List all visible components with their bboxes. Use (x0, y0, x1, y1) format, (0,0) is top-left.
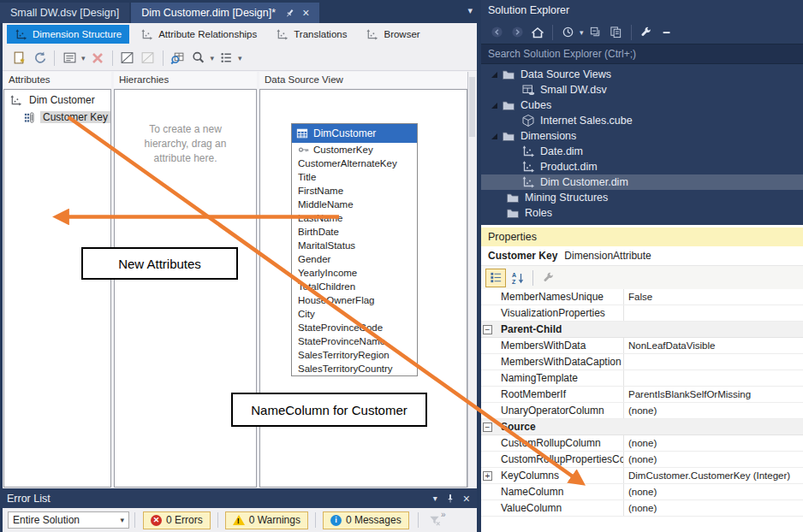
table-column[interactable]: Gender (292, 252, 417, 266)
property-value[interactable]: (none) (624, 452, 803, 467)
table-header[interactable]: DimCustomer (292, 124, 417, 143)
table-column[interactable]: YearlyIncome (292, 266, 417, 280)
property-row[interactable]: NamingTemplate (481, 370, 803, 387)
tree-item[interactable]: Product.dim (481, 159, 803, 174)
properties-list-icon[interactable] (61, 50, 78, 67)
chevron-down-icon[interactable]: ▾ (238, 54, 242, 62)
back-icon[interactable] (488, 24, 505, 41)
errors-filter-button[interactable]: ✕ 0 Errors (143, 511, 211, 529)
table-column[interactable]: SalesTerritoryRegion (292, 348, 417, 362)
property-value[interactable] (624, 354, 803, 369)
tree-item[interactable]: Date.dim (481, 144, 803, 159)
tree-item[interactable]: Internet Sales.cube (481, 113, 803, 128)
property-row[interactable]: CustomRollupPropertiesCo (none) (481, 452, 803, 468)
table-column[interactable]: LastName (292, 211, 417, 225)
table-column[interactable]: StateProvinceCode (292, 321, 417, 334)
property-row[interactable]: MembersWithData NonLeafDataVisible (481, 338, 803, 354)
property-value[interactable] (624, 370, 803, 386)
table-column[interactable]: CustomerAlternateKey (292, 157, 417, 170)
process-icon[interactable] (31, 50, 48, 67)
property-value[interactable]: DimCustomer.CustomerKey (Integer) (624, 468, 803, 483)
property-value[interactable]: NonLeafDataVisible (624, 338, 803, 353)
designer-tab[interactable]: Attribute Relationships (133, 25, 265, 44)
attribute-item[interactable]: Customer Key (4, 110, 110, 124)
pin-icon[interactable] (445, 493, 455, 505)
property-value[interactable]: (none) (624, 435, 803, 451)
designer-tab[interactable]: Translations (268, 25, 354, 44)
tree-item[interactable]: Mining Structures (481, 190, 803, 205)
table-column[interactable]: FirstName (292, 184, 417, 198)
dim-customer-table[interactable]: DimCustomer CustomerKey CustomerAlternat… (291, 123, 418, 376)
categorized-icon[interactable] (485, 269, 506, 287)
property-value[interactable]: ParentIsBlankSelfOrMissing (624, 387, 803, 402)
tab-small-dw-dsv[interactable]: Small DW.dsv [Design] (0, 3, 129, 23)
expander-box[interactable]: − (483, 423, 492, 432)
toolbar-overflow-icon[interactable]: » (441, 510, 446, 519)
property-row[interactable]: ValueColumn (none) (481, 500, 803, 517)
chevron-down-icon[interactable]: ▾ (211, 54, 215, 62)
chevron-down-icon[interactable]: ▾ (433, 494, 437, 503)
chevron-down-icon[interactable]: ▾ (580, 28, 584, 37)
property-value[interactable] (752, 419, 803, 434)
document-list-chevron-icon[interactable]: ▾ (467, 5, 473, 16)
designer-tab[interactable]: Dimension Structure (7, 25, 129, 44)
property-row[interactable]: − Parent-Child (481, 322, 803, 338)
property-value[interactable]: False (624, 289, 803, 304)
property-row[interactable]: VisualizationProperties (481, 305, 803, 322)
pending-changes-filter-icon[interactable] (559, 24, 576, 41)
property-value[interactable] (752, 322, 803, 337)
designer-tab[interactable]: Browser (358, 25, 427, 44)
table-column[interactable]: MaritalStatus (292, 239, 417, 252)
table-column[interactable]: HouseOwnerFlag (292, 293, 417, 307)
hierarchies-drop-area[interactable]: To create a new hierarchy, drag an attri… (114, 89, 257, 488)
attribute-item[interactable]: Dim Customer (4, 93, 110, 107)
tree-item[interactable]: Dimensions (481, 128, 803, 144)
property-value[interactable]: (none) (624, 500, 803, 516)
table-column[interactable]: City (292, 307, 417, 321)
property-row[interactable]: − Source (481, 419, 803, 435)
expander-icon[interactable] (491, 72, 497, 78)
tab-dim-customer-dim[interactable]: Dim Customer.dim [Design]* × (131, 3, 319, 23)
table-column[interactable]: Title (292, 170, 417, 184)
show-all-files-icon[interactable] (608, 24, 625, 41)
property-row[interactable]: NameColumn (none) (481, 484, 803, 500)
properties-wrench-icon[interactable] (638, 24, 655, 41)
expander-icon[interactable] (491, 133, 497, 139)
alphabetical-sort-icon[interactable]: AZ (509, 269, 526, 287)
zoom-grid-icon[interactable] (170, 50, 187, 67)
zoom-icon[interactable] (190, 50, 207, 67)
table-column[interactable]: StateProvinceName (292, 334, 417, 348)
property-row[interactable]: CustomRollupColumn (none) (481, 435, 803, 452)
forward-icon[interactable] (509, 24, 526, 41)
property-row[interactable]: UnaryOperatorColumn (none) (481, 403, 803, 419)
solution-search-box[interactable] (481, 44, 803, 64)
property-row[interactable]: MembersWithDataCaption (481, 354, 803, 370)
close-icon[interactable]: × (302, 8, 309, 18)
table-column[interactable]: MiddleName (292, 198, 417, 211)
scope-dropdown[interactable]: Entire Solution ▾ (8, 511, 129, 529)
property-row[interactable]: + KeyColumns DimCustomer.CustomerKey (In… (481, 468, 803, 484)
expander-icon[interactable] (491, 103, 497, 109)
expander-box[interactable]: − (483, 325, 492, 334)
warnings-filter-button[interactable]: ! 0 Warnings (225, 511, 308, 529)
outline-list-icon[interactable] (217, 50, 235, 67)
table-column[interactable]: TotalChildren (292, 280, 417, 293)
unpin-dash-icon[interactable] (658, 24, 675, 41)
messages-filter-button[interactable]: i 0 Messages (323, 511, 409, 529)
delete-icon[interactable] (89, 50, 106, 67)
tree-item[interactable]: Data Source Views (481, 67, 803, 82)
home-icon[interactable] (529, 24, 546, 41)
chart-view-icon[interactable] (119, 50, 136, 67)
pin-icon[interactable] (284, 7, 295, 19)
tree-item[interactable]: Small DW.dsv (481, 82, 803, 98)
property-value[interactable]: (none) (624, 403, 803, 418)
expander-box[interactable]: + (483, 471, 492, 481)
tree-item[interactable]: Cubes (481, 98, 803, 113)
new-attribute-icon[interactable] (10, 50, 27, 67)
close-icon[interactable]: × (463, 492, 470, 505)
property-row[interactable]: MemberNamesUnique False (481, 289, 803, 305)
property-value[interactable]: (none) (624, 484, 803, 499)
search-input[interactable] (481, 44, 803, 63)
property-value[interactable] (624, 305, 803, 321)
scrollbar-thumb[interactable] (469, 77, 475, 137)
